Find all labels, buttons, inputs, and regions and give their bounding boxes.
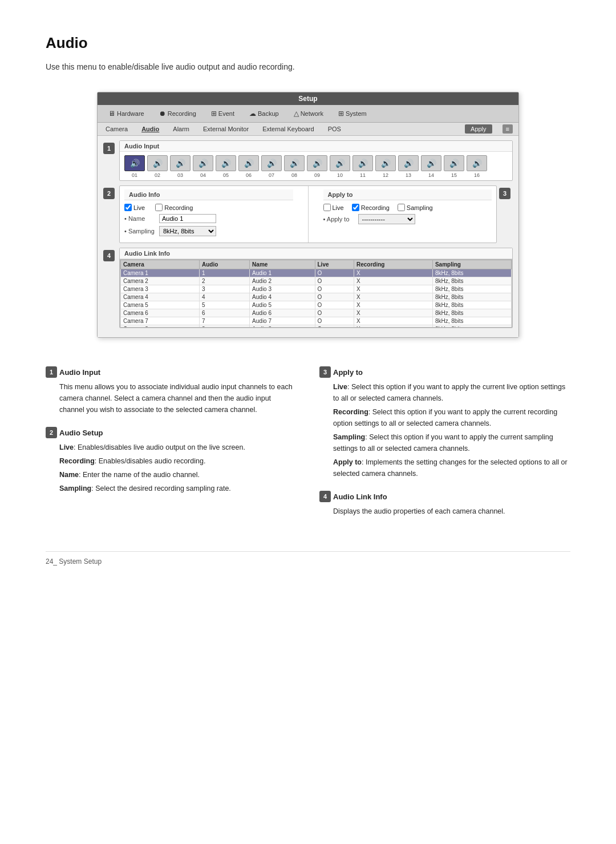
audio-btn-04[interactable]: 🔊 (193, 155, 213, 171)
tab-hardware[interactable]: 🖥 Hardware (102, 107, 151, 120)
audio-channel-08[interactable]: 🔊 08 (284, 155, 305, 178)
audio-channel-14[interactable]: 🔊 14 (421, 155, 441, 178)
table-cell: Audio 1 (250, 269, 315, 277)
channel-num-08: 08 (291, 172, 297, 178)
audio-channel-12[interactable]: 🔊 12 (375, 155, 396, 178)
audio-btn-08[interactable]: 🔊 (284, 155, 305, 171)
sub-tab-external-keyboard[interactable]: External Keyboard (260, 124, 317, 134)
table-cell: Audio 8 (250, 325, 315, 328)
desc-badge-1: 1 (46, 366, 57, 378)
sub-tab-external-monitor[interactable]: External Monitor (201, 124, 251, 134)
apply-recording-checkbox[interactable] (352, 204, 359, 211)
audio-channel-11[interactable]: 🔊 11 (352, 155, 373, 178)
audio-btn-01[interactable]: 🔊 (124, 155, 145, 171)
desc-audio-setup-title: Audio Setup (59, 429, 103, 437)
channel-num-10: 10 (337, 172, 343, 178)
recording-icon: ⏺ (159, 110, 166, 118)
table-cell: 2 (200, 277, 250, 285)
apply-to-title: Apply to (323, 189, 492, 200)
apply-live-checkbox[interactable] (323, 204, 331, 211)
footer: 24_ System Setup (46, 551, 570, 566)
audio-channel-03[interactable]: 🔊 03 (170, 155, 191, 178)
apply-sampling-label[interactable]: Sampling (398, 204, 433, 211)
tab-network[interactable]: △ Network (287, 107, 330, 120)
audio-btn-02[interactable]: 🔊 (147, 155, 168, 171)
recording-checkbox-label[interactable]: Recording (155, 204, 193, 211)
apply-recording-label[interactable]: Recording (352, 204, 390, 211)
tab-recording[interactable]: ⏺ Recording (153, 107, 202, 120)
audio-channel-10[interactable]: 🔊 10 (330, 155, 350, 178)
table-cell: X (354, 317, 433, 325)
desc-badge-4: 4 (319, 491, 331, 502)
audio-btn-06[interactable]: 🔊 (238, 155, 259, 171)
table-row: Camera 44Audio 4OX8kHz, 8bits (121, 293, 512, 301)
link-table-body: Camera 11Audio 1OX8kHz, 8bitsCamera 22Au… (121, 269, 512, 328)
page-title: Audio (46, 34, 570, 52)
audio-btn-13[interactable]: 🔊 (398, 155, 419, 171)
table-cell: X (354, 277, 433, 285)
channel-num-11: 11 (360, 172, 366, 178)
desc-audio-input: 1 Audio Input This menu allows you to as… (46, 366, 297, 415)
apply-button[interactable]: Apply (465, 124, 492, 134)
audio-channel-01[interactable]: 🔊 01 (124, 155, 145, 178)
col-camera: Camera (121, 260, 200, 269)
sub-tab-camera[interactable]: Camera (103, 124, 130, 134)
audio-btn-12[interactable]: 🔊 (375, 155, 396, 171)
name-input[interactable] (159, 214, 216, 223)
apply-live-label[interactable]: Live (323, 204, 344, 211)
live-checkbox[interactable] (124, 204, 132, 211)
recording-checkbox[interactable] (155, 204, 163, 211)
audio-channel-09[interactable]: 🔊 09 (307, 155, 327, 178)
audio-btn-05[interactable]: 🔊 (216, 155, 236, 171)
channel-num-13: 13 (406, 172, 411, 178)
badge-1: 1 (103, 143, 115, 154)
table-wrapper[interactable]: Camera Audio Name Live Recording Samplin… (120, 259, 512, 328)
menu-button[interactable]: ≡ (502, 124, 513, 134)
audio-btn-10[interactable]: 🔊 (330, 155, 350, 171)
audio-channel-04[interactable]: 🔊 04 (193, 155, 213, 178)
audio-channel-16[interactable]: 🔊 16 (467, 155, 487, 178)
table-cell: 8kHz, 8bits (432, 277, 511, 285)
sub-tab-pos[interactable]: POS (326, 124, 343, 134)
table-row: Camera 88Audio 8OX8kHz, 8bits (121, 325, 512, 328)
tab-system[interactable]: ⊞ System (332, 107, 373, 120)
apply-sampling-checkbox[interactable] (398, 204, 405, 211)
apply-to-select[interactable]: ----------- All Cameras (358, 214, 415, 224)
two-col-area: Audio Info Live Recording (120, 186, 496, 243)
table-cell: 8kHz, 8bits (432, 269, 511, 277)
tab-backup[interactable]: ☁ Backup (243, 107, 285, 120)
audio-btn-03[interactable]: 🔊 (170, 155, 191, 171)
audio-channel-07[interactable]: 🔊 07 (261, 155, 282, 178)
sub-tab-alarm[interactable]: Alarm (171, 124, 192, 134)
sampling-label: • Sampling (124, 228, 156, 235)
audio-channel-15[interactable]: 🔊 15 (444, 155, 464, 178)
table-cell: Camera 6 (121, 309, 200, 317)
section-divider (308, 186, 309, 243)
audio-channel-06[interactable]: 🔊 06 (238, 155, 259, 178)
table-cell: X (354, 293, 433, 301)
table-cell: Camera 4 (121, 293, 200, 301)
audio-btn-07[interactable]: 🔊 (261, 155, 282, 171)
tab-event[interactable]: ⊞ Event (205, 107, 241, 120)
audio-link-title: Audio Link Info (120, 248, 512, 259)
desc-apply-to: 3 Apply to Live: Select this option if y… (319, 366, 570, 479)
audio-btn-16[interactable]: 🔊 (467, 155, 487, 171)
desc-badge-2: 2 (46, 427, 57, 438)
audio-btn-14[interactable]: 🔊 (421, 155, 441, 171)
table-cell: Camera 1 (121, 269, 200, 277)
network-icon: △ (294, 110, 299, 118)
table-cell: X (354, 301, 433, 309)
sub-tab-audio[interactable]: Audio (139, 124, 161, 134)
audio-channel-05[interactable]: 🔊 05 (216, 155, 236, 178)
audio-btn-09[interactable]: 🔊 (307, 155, 327, 171)
table-cell: 1 (200, 269, 250, 277)
setup-tabs: 🖥 Hardware ⏺ Recording ⊞ Event ☁ Backup … (98, 105, 518, 123)
system-icon: ⊞ (338, 110, 344, 118)
audio-channel-02[interactable]: 🔊 02 (147, 155, 168, 178)
live-checkbox-label[interactable]: Live (124, 204, 145, 211)
sampling-select[interactable]: 8kHz, 8bits 8kHz, 16bits 16kHz, 8bits 16… (159, 226, 216, 236)
audio-channel-13[interactable]: 🔊 13 (398, 155, 419, 178)
audio-btn-11[interactable]: 🔊 (352, 155, 373, 171)
audio-btn-15[interactable]: 🔊 (444, 155, 464, 171)
desc-audio-link-heading: 4 Audio Link Info (319, 491, 570, 502)
